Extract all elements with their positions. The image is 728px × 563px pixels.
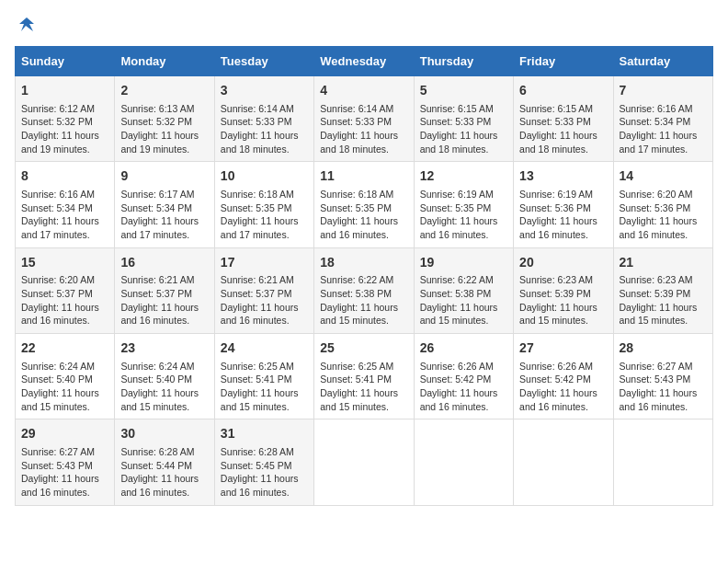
col-header-wednesday: Wednesday [314, 47, 414, 76]
day-number: 2 [120, 82, 208, 100]
calendar-cell: 23Sunrise: 6:24 AM Sunset: 5:40 PM Dayli… [115, 334, 214, 419]
calendar-cell: 29Sunrise: 6:27 AM Sunset: 5:43 PM Dayli… [16, 419, 115, 505]
calendar-cell: 25Sunrise: 6:25 AM Sunset: 5:41 PM Dayli… [314, 334, 414, 419]
day-number: 31 [221, 425, 308, 443]
calendar-cell [414, 419, 513, 505]
day-number: 9 [120, 167, 208, 186]
calendar-cell: 21Sunrise: 6:23 AM Sunset: 5:39 PM Dayli… [613, 247, 712, 333]
day-info: Sunrise: 6:28 AM Sunset: 5:44 PM Dayligh… [120, 445, 208, 500]
day-number: 14 [620, 167, 707, 186]
calendar-cell: 31Sunrise: 6:28 AM Sunset: 5:45 PM Dayli… [214, 419, 313, 505]
calendar-cell: 8Sunrise: 6:16 AM Sunset: 5:34 PM Daylig… [16, 162, 115, 247]
calendar-cell [514, 419, 613, 505]
day-number: 22 [21, 339, 108, 358]
day-info: Sunrise: 6:18 AM Sunset: 5:35 PM Dayligh… [221, 188, 308, 242]
day-number: 19 [420, 254, 507, 272]
day-info: Sunrise: 6:20 AM Sunset: 5:36 PM Dayligh… [620, 188, 707, 242]
day-info: Sunrise: 6:19 AM Sunset: 5:36 PM Dayligh… [519, 188, 607, 242]
day-number: 7 [620, 82, 707, 100]
day-number: 26 [420, 339, 507, 358]
day-info: Sunrise: 6:23 AM Sunset: 5:39 PM Dayligh… [519, 273, 607, 327]
calendar-cell: 22Sunrise: 6:24 AM Sunset: 5:40 PM Dayli… [16, 334, 115, 419]
day-info: Sunrise: 6:19 AM Sunset: 5:35 PM Dayligh… [420, 188, 507, 242]
header [15, 15, 713, 35]
day-number: 17 [221, 254, 308, 272]
day-number: 15 [21, 254, 108, 272]
calendar-cell: 9Sunrise: 6:17 AM Sunset: 5:34 PM Daylig… [115, 162, 214, 247]
day-info: Sunrise: 6:24 AM Sunset: 5:40 PM Dayligh… [21, 360, 108, 414]
col-header-saturday: Saturday [613, 47, 712, 76]
col-header-friday: Friday [514, 47, 613, 76]
calendar-cell: 6Sunrise: 6:15 AM Sunset: 5:33 PM Daylig… [514, 76, 613, 162]
day-info: Sunrise: 6:14 AM Sunset: 5:33 PM Dayligh… [320, 102, 407, 156]
calendar-cell: 26Sunrise: 6:26 AM Sunset: 5:42 PM Dayli… [414, 334, 513, 419]
week-row-4: 22Sunrise: 6:24 AM Sunset: 5:40 PM Dayli… [16, 334, 713, 419]
calendar-cell: 24Sunrise: 6:25 AM Sunset: 5:41 PM Dayli… [214, 334, 313, 419]
calendar-cell: 30Sunrise: 6:28 AM Sunset: 5:44 PM Dayli… [115, 419, 214, 505]
day-number: 4 [320, 82, 407, 100]
day-info: Sunrise: 6:25 AM Sunset: 5:41 PM Dayligh… [221, 360, 308, 414]
calendar-cell: 17Sunrise: 6:21 AM Sunset: 5:37 PM Dayli… [214, 247, 313, 333]
col-header-sunday: Sunday [16, 47, 115, 76]
day-number: 20 [519, 254, 607, 272]
day-number: 12 [420, 167, 507, 186]
day-info: Sunrise: 6:16 AM Sunset: 5:34 PM Dayligh… [21, 188, 108, 242]
calendar-cell: 20Sunrise: 6:23 AM Sunset: 5:39 PM Dayli… [514, 247, 613, 333]
day-number: 24 [221, 339, 308, 358]
day-info: Sunrise: 6:21 AM Sunset: 5:37 PM Dayligh… [221, 273, 308, 327]
day-number: 23 [120, 339, 208, 358]
logo [15, 15, 37, 35]
day-info: Sunrise: 6:18 AM Sunset: 5:35 PM Dayligh… [320, 188, 407, 242]
week-row-1: 1Sunrise: 6:12 AM Sunset: 5:32 PM Daylig… [16, 76, 713, 162]
day-number: 28 [620, 339, 707, 358]
day-info: Sunrise: 6:17 AM Sunset: 5:34 PM Dayligh… [120, 188, 208, 242]
day-info: Sunrise: 6:12 AM Sunset: 5:32 PM Dayligh… [21, 102, 108, 156]
day-info: Sunrise: 6:28 AM Sunset: 5:45 PM Dayligh… [221, 445, 308, 500]
day-info: Sunrise: 6:16 AM Sunset: 5:34 PM Dayligh… [620, 102, 707, 156]
day-info: Sunrise: 6:25 AM Sunset: 5:41 PM Dayligh… [320, 360, 407, 414]
day-number: 10 [221, 167, 308, 186]
day-info: Sunrise: 6:23 AM Sunset: 5:39 PM Dayligh… [620, 273, 707, 327]
day-info: Sunrise: 6:26 AM Sunset: 5:42 PM Dayligh… [420, 360, 507, 414]
day-info: Sunrise: 6:22 AM Sunset: 5:38 PM Dayligh… [420, 273, 507, 327]
calendar-cell: 7Sunrise: 6:16 AM Sunset: 5:34 PM Daylig… [613, 76, 712, 162]
calendar-header-row: SundayMondayTuesdayWednesdayThursdayFrid… [16, 47, 713, 76]
day-info: Sunrise: 6:27 AM Sunset: 5:43 PM Dayligh… [21, 445, 108, 500]
day-number: 27 [519, 339, 607, 358]
svg-marker-0 [19, 17, 34, 31]
calendar-cell [613, 419, 712, 505]
calendar-cell: 11Sunrise: 6:18 AM Sunset: 5:35 PM Dayli… [314, 162, 414, 247]
logo-bird-icon [17, 15, 37, 35]
calendar-cell: 19Sunrise: 6:22 AM Sunset: 5:38 PM Dayli… [414, 247, 513, 333]
day-number: 25 [320, 339, 407, 358]
calendar-cell: 3Sunrise: 6:14 AM Sunset: 5:33 PM Daylig… [214, 76, 313, 162]
calendar-cell: 18Sunrise: 6:22 AM Sunset: 5:38 PM Dayli… [314, 247, 414, 333]
calendar-cell: 10Sunrise: 6:18 AM Sunset: 5:35 PM Dayli… [214, 162, 313, 247]
calendar-cell: 27Sunrise: 6:26 AM Sunset: 5:42 PM Dayli… [514, 334, 613, 419]
col-header-tuesday: Tuesday [214, 47, 313, 76]
calendar-cell: 28Sunrise: 6:27 AM Sunset: 5:43 PM Dayli… [613, 334, 712, 419]
day-info: Sunrise: 6:26 AM Sunset: 5:42 PM Dayligh… [519, 360, 607, 414]
day-info: Sunrise: 6:14 AM Sunset: 5:33 PM Dayligh… [221, 102, 308, 156]
calendar-cell: 2Sunrise: 6:13 AM Sunset: 5:32 PM Daylig… [115, 76, 214, 162]
calendar-cell: 14Sunrise: 6:20 AM Sunset: 5:36 PM Dayli… [613, 162, 712, 247]
col-header-thursday: Thursday [414, 47, 513, 76]
calendar-cell: 1Sunrise: 6:12 AM Sunset: 5:32 PM Daylig… [16, 76, 115, 162]
week-row-2: 8Sunrise: 6:16 AM Sunset: 5:34 PM Daylig… [16, 162, 713, 247]
day-info: Sunrise: 6:21 AM Sunset: 5:37 PM Dayligh… [120, 273, 208, 327]
day-info: Sunrise: 6:27 AM Sunset: 5:43 PM Dayligh… [620, 360, 707, 414]
calendar-cell: 4Sunrise: 6:14 AM Sunset: 5:33 PM Daylig… [314, 76, 414, 162]
day-info: Sunrise: 6:22 AM Sunset: 5:38 PM Dayligh… [320, 273, 407, 327]
day-number: 8 [21, 167, 108, 186]
calendar-cell: 15Sunrise: 6:20 AM Sunset: 5:37 PM Dayli… [16, 247, 115, 333]
day-number: 30 [120, 425, 208, 443]
day-number: 5 [420, 82, 507, 100]
week-row-5: 29Sunrise: 6:27 AM Sunset: 5:43 PM Dayli… [16, 419, 713, 505]
calendar-cell: 5Sunrise: 6:15 AM Sunset: 5:33 PM Daylig… [414, 76, 513, 162]
day-number: 21 [620, 254, 707, 272]
day-info: Sunrise: 6:15 AM Sunset: 5:33 PM Dayligh… [519, 102, 607, 156]
calendar-table: SundayMondayTuesdayWednesdayThursdayFrid… [15, 46, 713, 506]
day-number: 18 [320, 254, 407, 272]
calendar-body: 1Sunrise: 6:12 AM Sunset: 5:32 PM Daylig… [16, 76, 713, 506]
day-number: 16 [120, 254, 208, 272]
